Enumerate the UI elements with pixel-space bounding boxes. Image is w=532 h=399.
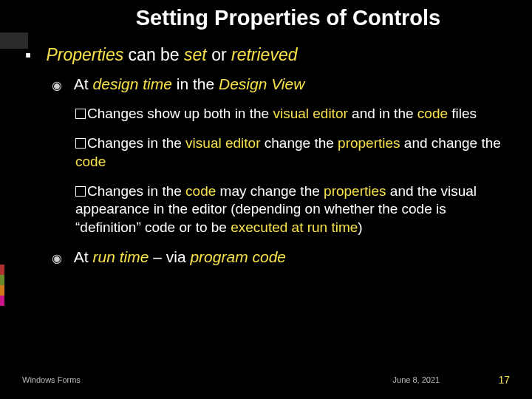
circle-bullet-icon: ◉ [52,251,69,265]
strip-pink [0,296,4,306]
emphasis-text: properties [324,183,386,199]
footer-page-number: 17 [498,374,510,386]
footer-left: Windows Forms [22,375,186,384]
lvl1-em1: Properties [46,45,123,64]
emphasis-text: executed at run time [231,219,358,235]
bullet-lvl2-b: ◉ At run time – via program code [52,248,510,266]
lvl2a-em2: Design View [219,75,304,92]
box-glyph-icon [75,109,86,119]
lvl2a-mid: in the [172,75,219,92]
lvl2b-em1: run time [93,248,149,265]
emphasis-text: code [75,154,106,169]
lvl1-mid1: can be [123,45,184,64]
footer: Windows Forms June 8, 2021 17 [0,374,532,386]
accent-bar [0,33,28,49]
box-glyph-icon [75,186,86,197]
bullet-lvl3: Changes show up both in the visual edito… [75,105,510,123]
lvl1-mid2: or [207,45,231,64]
box-glyph-icon [75,138,86,149]
body-text: files [448,106,477,121]
slide-title: Setting Properties of Controls [22,6,510,30]
circle-bullet-icon: ◉ [52,78,69,92]
body-text: Changes in the [87,135,185,151]
strip-green [0,275,4,285]
lvl3-container: Changes show up both in the visual edito… [22,105,510,236]
bullet-lvl2-a: ◉ At design time in the Design View [52,75,510,93]
body-text: ) [358,219,362,235]
emphasis-text: visual editor [185,135,260,151]
lvl2b-pre: At [74,248,93,265]
footer-date: June 8, 2021 [186,375,498,384]
lvl2a-pre: At [74,75,93,92]
strip-orange [0,285,4,296]
body-text: may change the [216,183,324,199]
emphasis-text: code [185,183,216,199]
body-text: Changes in the [87,183,185,199]
lvl2a-em1: design time [93,75,172,92]
body-text: change the [260,135,338,151]
bullet-lvl3: Changes in the visual editor change the … [75,134,510,171]
bullet-lvl3: Changes in the code may change the prope… [75,183,510,236]
lvl1-em2: set [184,45,207,64]
bullet-lvl1: ▪ Properties can be set or retrieved [25,45,510,65]
lvl1-em3: retrieved [231,45,297,64]
color-strip [0,265,4,306]
emphasis-text: properties [338,135,400,151]
strip-red [0,265,4,275]
emphasis-text: visual editor [273,106,347,121]
lvl2b-em2: program code [190,248,286,265]
slide: Setting Properties of Controls ▪ Propert… [0,0,532,399]
body-text: and change the [400,135,501,151]
body-text: and in the [348,106,417,121]
body-text: Changes show up both in the [87,106,273,121]
lvl2b-mid: – via [149,248,190,265]
emphasis-text: code [417,106,448,121]
